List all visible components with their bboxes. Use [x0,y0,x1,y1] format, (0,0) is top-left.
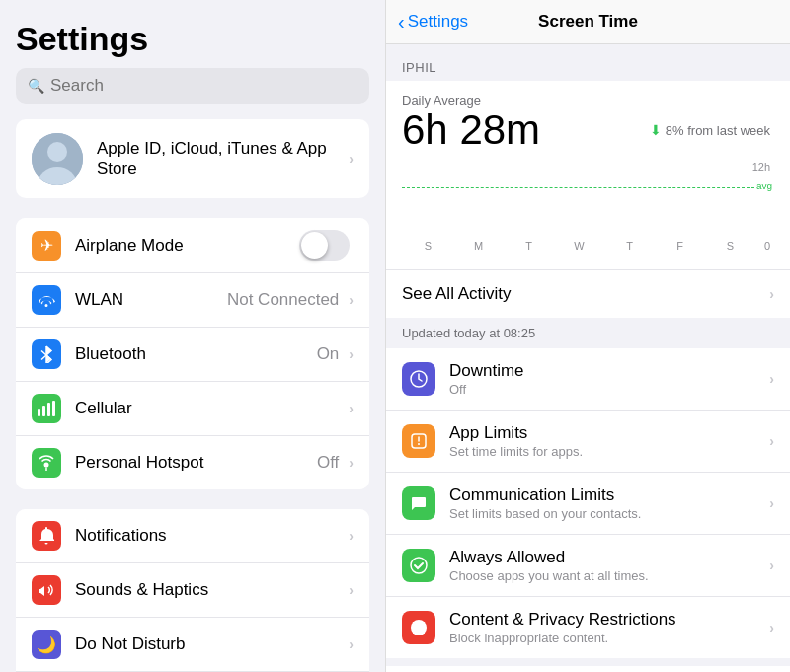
content-privacy-icon [402,611,435,644]
bar-label-S1: S [425,240,432,252]
app-limits-chevron: › [769,433,774,449]
bar-label-M: M [474,240,483,252]
see-all-row[interactable]: See All Activity › [386,269,790,318]
svg-rect-9 [52,401,55,416]
app-limits-subtitle: Set time limits for apps. [449,444,769,459]
downtime-chevron: › [769,371,774,387]
hotspot-row[interactable]: Personal Hotspot Off › [16,436,369,489]
screen-time-panel: ‹ Settings Screen Time IPHIL Daily Avera… [385,0,790,672]
comm-limits-title: Communication Limits [449,485,769,505]
updated-text: Updated today at 08:25 [402,326,535,340]
weekly-change-text: 8% from last week [666,123,770,138]
daily-avg-label: Daily Average [402,93,774,108]
wlan-label: WLAN [75,290,123,310]
wlan-chevron: › [349,292,354,308]
apple-id-row[interactable]: Apple ID, iCloud, iTunes & App Store › [16,119,369,198]
apple-id-label: Apple ID, iCloud, iTunes & App Store [97,139,349,179]
always-allowed-subtitle: Choose apps you want at all times. [449,568,769,583]
screen-time-options: Downtime Off › App Limits Set time limit… [386,348,790,658]
airplane-mode-icon: ✈ [32,231,61,261]
bar-M: M [456,236,501,252]
wlan-value: Not Connected [227,290,339,310]
back-chevron-icon: ‹ [398,12,405,32]
bar-W: W [557,236,601,252]
sounds-icon [32,575,61,605]
cellular-label: Cellular [75,399,132,418]
cellular-chevron: › [349,401,354,416]
app-limits-row[interactable]: App Limits Set time limits for apps. › [386,411,790,473]
content-privacy-chevron: › [769,620,774,635]
app-limits-icon [402,424,435,458]
toggle-knob [301,232,328,259]
weekly-change: ⬇ 8% from last week [650,122,770,138]
apple-id-chevron: › [349,151,354,167]
notifications-icon [32,521,61,551]
dnd-chevron: › [349,636,354,652]
always-allowed-icon [402,549,435,582]
bar-T1: T [507,236,551,252]
settings-title: Settings [0,0,385,68]
avatar [32,133,83,185]
content-privacy-row[interactable]: Content & Privacy Restrictions Block ina… [386,597,790,658]
bluetooth-row[interactable]: Bluetooth On › [16,328,369,382]
comm-limits-row[interactable]: Communication Limits Set limits based on… [386,473,790,535]
see-all-chevron: › [769,286,774,302]
connectivity-section: ✈ Airplane Mode WLAN Not Connected › [16,218,369,489]
downtime-title: Downtime [449,361,769,381]
app-limits-title: App Limits [449,423,769,443]
svg-rect-7 [42,406,45,416]
bluetooth-label: Bluetooth [75,344,146,364]
bars-container: S M T W T [402,163,774,252]
down-arrow-icon: ⬇ [650,122,662,138]
search-input[interactable] [50,76,357,96]
comm-limits-chevron: › [769,495,774,511]
bar-label-F: F [676,240,683,252]
nav-bar: ‹ Settings Screen Time [386,0,790,44]
downtime-icon [402,362,435,396]
svg-point-1 [47,142,67,162]
settings-panel: Settings 🔍 Apple ID, iCloud, iTunes & Ap… [0,0,385,672]
apple-id-text: Apple ID, iCloud, iTunes & App Store [97,139,349,179]
downtime-subtitle: Off [449,382,769,397]
wlan-icon [32,285,61,315]
change-passcode-section: Change Screen Time Passcode [386,666,790,672]
wlan-row[interactable]: WLAN Not Connected › [16,273,369,328]
airplane-mode-toggle[interactable] [299,230,350,261]
cellular-icon [32,394,61,423]
notifications-row[interactable]: Notifications › [16,509,369,563]
sounds-chevron: › [349,582,354,598]
bar-chart: 12h 0 avg S M [402,153,774,269]
hotspot-chevron: › [349,455,354,471]
updated-banner: Updated today at 08:25 [386,318,790,348]
hotspot-label: Personal Hotspot [75,453,203,473]
dnd-icon: 🌙 [32,630,61,659]
always-allowed-title: Always Allowed [449,548,769,567]
system-section: Notifications › Sounds & Haptics › 🌙 Do … [16,509,369,672]
daily-avg-block: Daily Average 6h 28m ⬇ 8% from last week… [386,81,790,269]
always-allowed-row[interactable]: Always Allowed Choose apps you want at a… [386,535,790,597]
svg-point-18 [418,443,420,445]
comm-limits-subtitle: Set limits based on your contacts. [449,506,769,521]
downtime-row[interactable]: Downtime Off › [386,348,790,411]
airplane-mode-row[interactable]: ✈ Airplane Mode [16,218,369,273]
user-name: IPHIL [402,52,774,81]
search-bar[interactable]: 🔍 [16,68,369,104]
nav-back-button[interactable]: ‹ Settings [398,12,468,32]
svg-point-10 [44,463,49,468]
dnd-label: Do Not Disturb [75,635,185,654]
dnd-row[interactable]: 🌙 Do Not Disturb › [16,618,369,672]
hotspot-icon [32,448,61,478]
bar-label-T1: T [525,240,532,252]
bluetooth-icon [32,339,61,369]
cellular-row[interactable]: Cellular › [16,382,369,436]
comm-limits-icon [402,486,435,520]
sounds-row[interactable]: Sounds & Haptics › [16,563,369,618]
content-privacy-subtitle: Block inappropriate content. [449,631,769,645]
svg-rect-6 [38,409,40,416]
avatar-image [32,133,83,185]
daily-avg-value: 6h 28m [402,108,540,153]
bar-F: F [658,236,702,252]
user-section-header: IPHIL [386,44,790,81]
see-all-label: See All Activity [402,284,512,304]
notifications-label: Notifications [75,526,167,546]
